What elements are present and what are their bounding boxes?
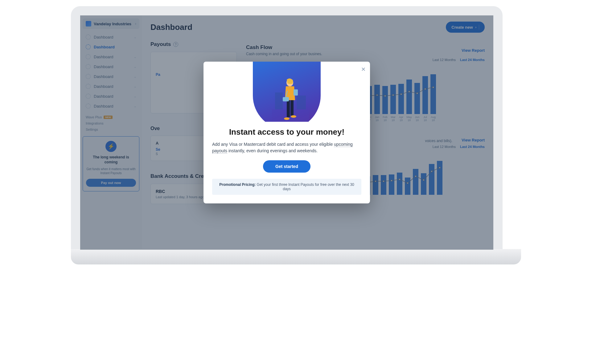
instant-payout-modal: ✕ Instant access to your money! Add [204,62,370,203]
app-screen: Vandelay Industries › Dashboard⌄Dashboar… [80,15,493,250]
modal-desc-before: Add any Visa or Mastercard debit card an… [212,142,334,147]
promo-banner-label: Promotional Pricing: [219,182,256,187]
svg-rect-56 [294,89,298,96]
get-started-button[interactable]: Get started [263,160,310,173]
laptop-frame: Vandelay Industries › Dashboard⌄Dashboar… [71,6,503,250]
person-illustration [272,74,309,122]
promo-banner: Promotional Pricing: Get your first thre… [212,179,361,195]
svg-rect-50 [297,96,306,109]
modal-body: Instant access to your money! Add any Vi… [204,122,370,203]
hero-shape [253,62,321,122]
svg-rect-52 [287,100,290,117]
svg-point-54 [284,117,290,120]
laptop-base [71,249,521,264]
modal-description: Add any Visa or Mastercard debit card an… [212,141,361,154]
svg-rect-53 [290,100,294,116]
modal-hero [204,62,370,122]
svg-rect-57 [283,97,289,101]
modal-desc-after: instantly, even during evenings and week… [227,148,318,153]
modal-title: Instant access to your money! [212,127,361,137]
promo-banner-text: Get your first three Instant Payouts for… [256,182,354,191]
svg-point-55 [291,115,296,118]
svg-rect-49 [275,92,283,109]
